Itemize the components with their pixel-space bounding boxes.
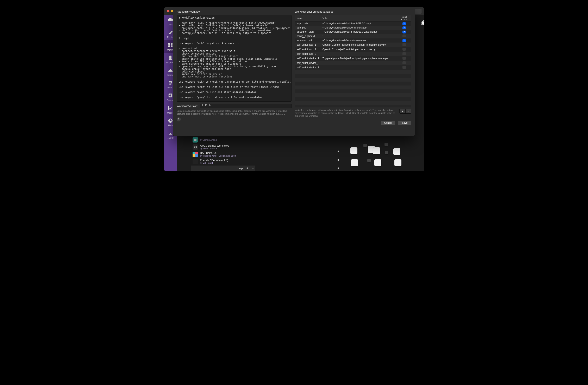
sidebar-label: Update xyxy=(167,137,174,139)
sliders-icon xyxy=(168,80,173,86)
workflow-port[interactable] xyxy=(337,151,339,152)
env-vars-heading: Workflow Environment Variables xyxy=(295,10,411,13)
workflow-node[interactable] xyxy=(363,144,367,147)
workflow-node[interactable] xyxy=(374,159,381,166)
env-var-value[interactable]: ~/Library/Android/sdk/platform-tools/adb xyxy=(321,26,397,30)
workflow-port[interactable] xyxy=(337,167,339,169)
workflow-list-item[interactable]: AwGo Demo: Workflowsby Dean Jackson xyxy=(191,143,241,151)
env-var-dont-export-checkbox[interactable] xyxy=(402,61,406,64)
env-var-value[interactable]: Toggle Airplane Mode|self_scripts/toggle… xyxy=(321,56,397,61)
env-var-row xyxy=(295,89,411,93)
env-var-remove-button[interactable]: − xyxy=(405,109,411,113)
env-var-value[interactable]: Open in Exodus|self_scripts/open_in_exod… xyxy=(321,47,397,52)
debug-icon[interactable] xyxy=(420,20,424,26)
env-var-name[interactable]: aapt_path xyxy=(295,21,321,26)
env-var-row xyxy=(295,97,411,101)
env-var-dont-export-checkbox[interactable] xyxy=(402,57,406,60)
env-var-row[interactable]: self_script_app_3 xyxy=(295,52,411,56)
svg-rect-4 xyxy=(168,45,170,47)
env-var-dont-export-checkbox[interactable] xyxy=(402,22,406,25)
env-var-dont-export-checkbox[interactable] xyxy=(402,66,406,69)
env-var-value[interactable]: ~/Library/Android/sdk/build-tools/29.0.2… xyxy=(321,30,397,34)
workflow-port[interactable] xyxy=(337,159,339,161)
env-var-add-button[interactable]: + xyxy=(399,109,405,113)
workflow-node[interactable] xyxy=(385,151,388,154)
workflow-list-item[interactable]: by Jienan Zhang xyxy=(191,136,241,143)
workflow-list-remove-button[interactable]: − xyxy=(250,165,255,171)
env-var-value[interactable]: ~/Library/Android/sdk/emulator/emulator xyxy=(321,39,397,42)
col-dont-export[interactable]: Don't Export xyxy=(397,15,411,21)
env-var-row[interactable]: self_script_device_2 xyxy=(295,61,411,65)
env-var-row xyxy=(295,74,411,78)
env-var-name[interactable]: emulator_path xyxy=(295,39,321,42)
workflow-list-add-button[interactable]: + xyxy=(245,165,250,171)
workflow-list-item[interactable]: Encode / Decode (v1.8)by will Farrell xyxy=(191,158,241,165)
env-vars-hint: Variables can be used within workflow ob… xyxy=(295,109,399,117)
env-var-row[interactable]: adb_path~/Library/Android/sdk/platform-t… xyxy=(295,26,411,30)
env-var-row[interactable]: apksigner_path~/Library/Android/sdk/buil… xyxy=(295,30,411,34)
svg-point-13 xyxy=(171,82,172,83)
env-var-value[interactable]: Open in Google Play|self_scripts/open_in… xyxy=(321,42,397,47)
env-var-value[interactable] xyxy=(321,52,397,56)
env-var-dont-export-checkbox[interactable] xyxy=(402,31,406,33)
svg-rect-2 xyxy=(168,43,170,45)
cloud-icon xyxy=(168,17,173,23)
env-var-dont-export-checkbox[interactable] xyxy=(402,39,406,42)
env-var-dont-export-checkbox[interactable] xyxy=(402,48,406,51)
env-var-value[interactable] xyxy=(321,65,397,70)
env-var-dont-export-checkbox[interactable] xyxy=(402,26,406,29)
env-var-row xyxy=(295,81,411,85)
col-value[interactable]: Value xyxy=(321,15,397,21)
workflow-author: by Thijs de Jong - Design and Such xyxy=(200,155,236,157)
workflow-name: Encode / Decode (v1.8) xyxy=(200,159,228,162)
workflow-node[interactable] xyxy=(367,159,371,162)
env-var-value[interactable]: ~/Library/Android/sdk/build-tools/29.0.2… xyxy=(321,21,397,26)
sidebar-label: Featur xyxy=(167,36,174,39)
env-var-name[interactable]: self_script_device_2 xyxy=(295,61,321,65)
chart-icon xyxy=(168,105,173,111)
workflow-author: by will Farrell xyxy=(200,162,228,164)
env-var-row[interactable]: self_script_device_1Toggle Airplane Mode… xyxy=(295,56,411,61)
env-var-dont-export-checkbox[interactable] xyxy=(402,35,406,37)
workflow-version-input[interactable]: 1.12.0 xyxy=(200,104,292,108)
env-var-row[interactable]: self_script_app_2Open in Exodus|self_scr… xyxy=(295,47,411,52)
workflow-node[interactable] xyxy=(373,147,380,154)
preferences-window: Search Preferences GeneFeaturWorkfloAppe… xyxy=(164,7,424,171)
env-var-row[interactable]: config_clipboard1 xyxy=(295,34,411,39)
env-var-name[interactable]: self_script_app_1 xyxy=(295,42,321,47)
env-var-name[interactable]: self_script_app_3 xyxy=(295,52,321,56)
env-var-row[interactable]: emulator_path~/Library/Android/sdk/emula… xyxy=(295,39,411,42)
workflow-node[interactable] xyxy=(351,159,358,166)
env-var-value[interactable] xyxy=(321,61,397,65)
env-var-dont-export-checkbox[interactable] xyxy=(402,52,406,55)
cancel-button[interactable]: Cancel xyxy=(381,121,395,125)
env-var-name[interactable]: self_script_device_3 xyxy=(295,65,321,70)
workflow-node[interactable] xyxy=(394,159,401,166)
helmet-icon xyxy=(168,67,173,73)
workflow-node[interactable] xyxy=(393,148,400,155)
env-var-row[interactable]: self_script_device_3 xyxy=(295,65,411,70)
workflow-node[interactable] xyxy=(350,147,357,154)
env-var-dont-export-checkbox[interactable] xyxy=(402,43,406,46)
env-var-name[interactable]: config_clipboard xyxy=(295,34,321,39)
workflow-list-help-button[interactable]: Help xyxy=(235,165,245,171)
workflow-node[interactable] xyxy=(384,143,388,146)
env-var-name[interactable]: adb_path xyxy=(295,26,321,30)
col-name[interactable]: Name xyxy=(295,15,321,21)
env-var-name[interactable]: apksigner_path xyxy=(295,30,321,34)
env-var-name[interactable]: self_script_device_1 xyxy=(295,56,321,61)
about-workflow-textarea[interactable]: # Workflow Configuration - aapt_path, e.… xyxy=(177,15,292,101)
env-var-name[interactable]: self_script_app_2 xyxy=(295,47,321,52)
workflow-list-item[interactable]: DAS.units.3.4by Thijs de Jong - Design a… xyxy=(191,151,241,158)
workflow-author: by Dean Jackson xyxy=(200,147,229,150)
workflow-name: DAS.units.3.4 xyxy=(200,151,236,155)
save-button[interactable]: Save xyxy=(398,121,411,125)
env-var-row[interactable]: aapt_path~/Library/Android/sdk/build-too… xyxy=(295,21,411,26)
env-var-value[interactable]: 1 xyxy=(321,34,397,39)
window-close-button[interactable] xyxy=(167,10,169,12)
help-button[interactable]: ? xyxy=(177,117,181,122)
env-var-row[interactable]: self_script_app_1Open in Google Play|sel… xyxy=(295,42,411,47)
workflow-list-footer: Help + − xyxy=(191,165,255,171)
grid-icon xyxy=(168,42,173,48)
env-var-row xyxy=(295,70,411,74)
